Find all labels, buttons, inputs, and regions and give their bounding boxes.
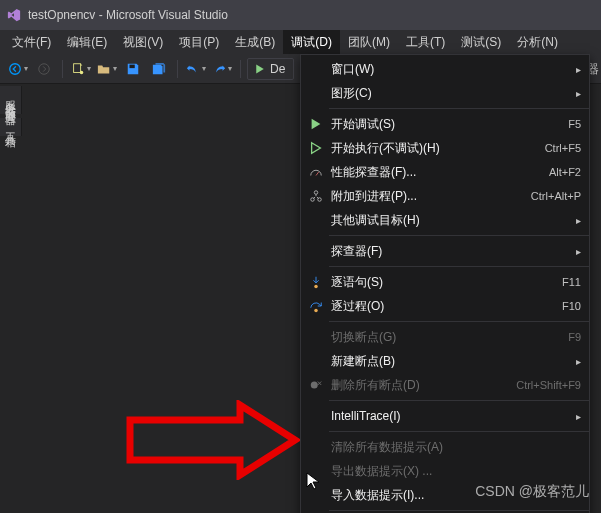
menu-item: 切换断点(G)F9 bbox=[301, 325, 589, 349]
menubar-item[interactable]: 测试(S) bbox=[453, 30, 509, 54]
menubar-item[interactable]: 项目(P) bbox=[171, 30, 227, 54]
perf-icon bbox=[305, 165, 327, 179]
redo-button[interactable]: ▾ bbox=[210, 57, 234, 81]
menubar-item[interactable]: 视图(V) bbox=[115, 30, 171, 54]
menu-item[interactable]: 逐语句(S)F11 bbox=[301, 270, 589, 294]
menu-item-label: 窗口(W) bbox=[327, 61, 581, 78]
menu-bar: 文件(F)编辑(E)视图(V)项目(P)生成(B)调试(D)团队(M)工具(T)… bbox=[0, 30, 601, 54]
svg-rect-2 bbox=[74, 63, 81, 72]
save-all-button[interactable] bbox=[147, 57, 171, 81]
new-file-button[interactable]: ▾ bbox=[69, 57, 93, 81]
menu-item-label: 开始调试(S) bbox=[327, 116, 568, 133]
vs-logo-icon bbox=[6, 7, 22, 23]
title-bar: testOpnencv - Microsoft Visual Studio bbox=[0, 0, 601, 30]
menu-item-shortcut: Alt+F2 bbox=[549, 166, 581, 178]
save-button[interactable] bbox=[121, 57, 145, 81]
menu-item-label: 逐语句(S) bbox=[327, 274, 562, 291]
menu-item-label: 开始执行(不调试)(H) bbox=[327, 140, 545, 157]
window-title: testOpnencv - Microsoft Visual Studio bbox=[28, 8, 228, 22]
watermark-text: CSDN @极客范儿 bbox=[475, 483, 589, 501]
menu-item-label: 探查器(F) bbox=[327, 243, 581, 260]
svg-point-0 bbox=[10, 63, 21, 74]
menu-item[interactable]: 逐过程(O)F10 bbox=[301, 294, 589, 318]
menu-item: 导出数据提示(X) ... bbox=[301, 459, 589, 483]
play-green-icon bbox=[305, 117, 327, 131]
menu-item-label: 图形(C) bbox=[327, 85, 581, 102]
svg-point-3 bbox=[80, 70, 84, 74]
menubar-item[interactable]: 工具(T) bbox=[398, 30, 453, 54]
annotation-arrow-icon bbox=[120, 400, 300, 480]
menubar-item[interactable]: 编辑(E) bbox=[59, 30, 115, 54]
svg-point-10 bbox=[311, 382, 318, 389]
menubar-item[interactable]: 生成(B) bbox=[227, 30, 283, 54]
menu-item[interactable]: 开始调试(S)F5 bbox=[301, 112, 589, 136]
debug-target-label: De bbox=[270, 62, 285, 76]
menu-item: 删除所有断点(D)Ctrl+Shift+F9 bbox=[301, 373, 589, 397]
nav-back-button[interactable]: ▾ bbox=[6, 57, 30, 81]
play-outline-icon bbox=[305, 141, 327, 155]
menu-item[interactable]: 其他调试目标(H) bbox=[301, 208, 589, 232]
menu-item-label: 切换断点(G) bbox=[327, 329, 568, 346]
step-over-icon bbox=[305, 299, 327, 313]
menu-item-shortcut: F9 bbox=[568, 331, 581, 343]
menubar-item[interactable]: 调试(D) bbox=[283, 30, 340, 54]
menu-item-label: IntelliTrace(I) bbox=[327, 409, 581, 423]
menubar-item[interactable]: 团队(M) bbox=[340, 30, 398, 54]
start-debug-button[interactable]: De bbox=[247, 58, 294, 80]
menu-item[interactable]: 探查器(F) bbox=[301, 239, 589, 263]
menu-item-label: 附加到进程(P)... bbox=[327, 188, 531, 205]
menu-item-label: 逐过程(O) bbox=[327, 298, 562, 315]
menu-item-shortcut: Ctrl+Shift+F9 bbox=[516, 379, 581, 391]
separator bbox=[240, 60, 241, 78]
side-tab[interactable]: 工具箱 bbox=[0, 118, 22, 136]
menu-item[interactable]: 开始执行(不调试)(H)Ctrl+F5 bbox=[301, 136, 589, 160]
menu-item-shortcut: F11 bbox=[562, 276, 581, 288]
menu-item-label: 新建断点(B) bbox=[327, 353, 581, 370]
nav-fwd-button[interactable] bbox=[32, 57, 56, 81]
del-bp-icon bbox=[305, 378, 327, 392]
left-tab-strip: 服务器资源管理器工具箱 bbox=[0, 86, 22, 140]
svg-point-8 bbox=[314, 285, 318, 289]
menu-item: 清除所有数据提示(A) bbox=[301, 435, 589, 459]
menu-item[interactable]: 窗口(W) bbox=[301, 57, 589, 81]
open-file-button[interactable]: ▾ bbox=[95, 57, 119, 81]
menu-item-label: 其他调试目标(H) bbox=[327, 212, 581, 229]
attach-icon bbox=[305, 189, 327, 203]
undo-button[interactable]: ▾ bbox=[184, 57, 208, 81]
menu-item[interactable]: 附加到进程(P)...Ctrl+Alt+P bbox=[301, 184, 589, 208]
menu-item-label: 性能探查器(F)... bbox=[327, 164, 549, 181]
menu-item[interactable]: 性能探查器(F)...Alt+F2 bbox=[301, 160, 589, 184]
menu-item[interactable]: 新建断点(B) bbox=[301, 349, 589, 373]
menu-item-shortcut: Ctrl+Alt+P bbox=[531, 190, 581, 202]
svg-point-9 bbox=[314, 309, 318, 313]
svg-point-1 bbox=[39, 63, 50, 74]
menubar-item[interactable]: 分析(N) bbox=[509, 30, 566, 54]
side-tab[interactable]: 服务器资源管理器 bbox=[0, 86, 22, 114]
svg-rect-4 bbox=[130, 64, 135, 68]
cursor-icon bbox=[306, 472, 322, 492]
menu-item-label: 导出数据提示(X) ... bbox=[327, 463, 581, 480]
svg-point-5 bbox=[314, 191, 318, 195]
menubar-item[interactable]: 文件(F) bbox=[4, 30, 59, 54]
separator bbox=[62, 60, 63, 78]
menu-item-label: 删除所有断点(D) bbox=[327, 377, 516, 394]
menu-item-label: 清除所有数据提示(A) bbox=[327, 439, 581, 456]
separator bbox=[177, 60, 178, 78]
menu-item-shortcut: F5 bbox=[568, 118, 581, 130]
debug-menu: 窗口(W)图形(C)开始调试(S)F5开始执行(不调试)(H)Ctrl+F5性能… bbox=[300, 54, 590, 513]
menu-item[interactable]: IntelliTrace(I) bbox=[301, 404, 589, 428]
step-into-icon bbox=[305, 275, 327, 289]
menu-item-shortcut: F10 bbox=[562, 300, 581, 312]
menu-item[interactable]: 图形(C) bbox=[301, 81, 589, 105]
menu-item-shortcut: Ctrl+F5 bbox=[545, 142, 581, 154]
